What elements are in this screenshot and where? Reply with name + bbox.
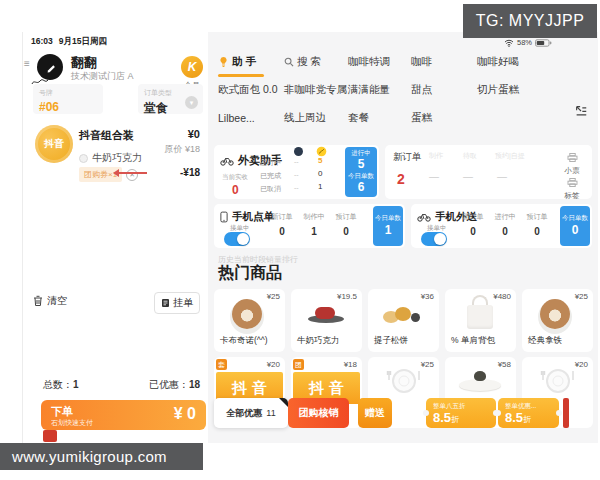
- place-order-button[interactable]: 下单 右划快速支付 ¥ 0: [41, 400, 206, 430]
- box-label: 今日单数: [562, 214, 588, 222]
- phone-delivery-col-label: 进行中: [489, 212, 521, 222]
- phone-order-col-value: 1: [298, 226, 330, 237]
- tag-number-label: 号牌: [39, 88, 97, 98]
- tab-bread[interactable]: 欧式面包 0.0: [218, 83, 284, 97]
- item-name[interactable]: 抖音组合装: [79, 128, 134, 143]
- tab-combo[interactable]: 套餐: [348, 111, 411, 125]
- accepting-toggle[interactable]: [421, 232, 447, 246]
- tab-label: 助 手: [232, 55, 256, 69]
- tab-label: 咖啡: [411, 55, 432, 69]
- all-coupons-button[interactable]: 全部优惠 11: [214, 398, 288, 428]
- new-orders-col-label: 制作: [429, 151, 443, 161]
- tab-coffee-special[interactable]: 咖啡特调: [348, 55, 411, 69]
- new-orders-widget[interactable]: 新订单 2 制作 待取 预约|自提 — — — 小票: [385, 145, 592, 199]
- chevron-down-icon[interactable]: ▾: [185, 96, 198, 109]
- printer-icon: [567, 178, 578, 187]
- product-price: ¥18: [344, 360, 357, 369]
- phone-delivery-col-label: 新订单: [457, 212, 489, 222]
- eleme-icon: [294, 147, 303, 156]
- product-card-cappuccino[interactable]: ¥25 卡布奇诺(^^): [214, 289, 285, 352]
- phone-delivery-col-value: 0: [521, 226, 553, 237]
- received-value: 0: [232, 183, 239, 197]
- phone-delivery-widget[interactable]: 手机外送 接单中 新订单 进行中 预订单 0 0 0 今日单数 0: [411, 204, 592, 248]
- box-value: 1: [385, 223, 392, 238]
- status-time: 16:03: [31, 36, 53, 46]
- product-price: ¥25: [267, 292, 280, 301]
- watermark-bottom-banner: www.yumikigroup.com: [0, 443, 203, 470]
- box-label: 今日单数: [375, 214, 401, 222]
- tab-cake[interactable]: 蛋糕: [411, 111, 477, 125]
- all-coupons-count: 11: [266, 408, 275, 418]
- item-option: 牛奶巧克力: [92, 151, 142, 165]
- delivery-row-b: 1: [318, 182, 322, 191]
- device-statusbar: 16:039月15日周四: [31, 36, 113, 48]
- delivery-row-label: 进行中: [260, 158, 281, 168]
- phone-order-widget[interactable]: 手机点单 接单中 新订单 制作中 预订单 0 1 0 今日单数 1: [214, 204, 405, 248]
- item-price: ¥0: [188, 128, 200, 140]
- accepting-toggle[interactable]: [224, 232, 250, 246]
- phone-delivery-col-value: 0: [489, 226, 521, 237]
- tab-label: 欧式面包 0.0: [218, 83, 278, 97]
- corner-tag: 套: [216, 359, 227, 370]
- tab-lilbee[interactable]: Lilbee...: [218, 112, 284, 124]
- store-avatar[interactable]: [37, 54, 63, 80]
- order-panel: 16:039月15日周四 ≡ 翻翻 技术测试门店 A K 会员 号牌 #06 订…: [23, 32, 208, 443]
- coupon-85-discount-2[interactable]: 整单优惠... 8.5折: [498, 398, 559, 428]
- hold-order-button[interactable]: 挂单: [154, 292, 200, 314]
- order-type-card[interactable]: 订单类型 堂食 ▾: [138, 84, 203, 114]
- new-orders-value: 2: [397, 171, 405, 187]
- tab-cake-slice[interactable]: 切片蛋糕: [477, 83, 590, 97]
- device-status-cluster: 58%: [504, 38, 552, 47]
- new-orders-col-label: 预约|自提: [495, 151, 525, 161]
- total-discount: 已优惠：18: [149, 378, 200, 392]
- tab-energy[interactable]: 满满能量: [348, 83, 411, 97]
- hat-image: [459, 371, 501, 391]
- tab-label: 满满能量: [348, 83, 390, 97]
- chocolate-image: [308, 307, 344, 323]
- tag-number-card[interactable]: 号牌 #06: [33, 84, 103, 114]
- place-order-amount: ¥ 0: [174, 405, 196, 423]
- clear-cart-button[interactable]: 清空: [33, 294, 67, 308]
- product-price: ¥20: [267, 360, 280, 369]
- total-discount-value: 18: [189, 379, 200, 390]
- gift-label: 赠送: [365, 406, 385, 420]
- product-card-bag[interactable]: ¥480 % 单肩背包: [445, 289, 516, 352]
- product-card-scone[interactable]: ¥36 提子松饼: [368, 289, 439, 352]
- tab-coffee[interactable]: 咖啡: [411, 55, 477, 69]
- hot-products-title: 热门商品: [218, 263, 282, 284]
- item-original-price: 原价 ¥18: [164, 143, 200, 156]
- tab-non-coffee[interactable]: 非咖啡党专属: [284, 83, 348, 97]
- coupon-85-discount[interactable]: 整单八五折 8.5折: [426, 398, 496, 428]
- plate-cutlery-icon: [540, 367, 576, 395]
- tab-coffee-tasty[interactable]: 咖啡好喝: [477, 55, 590, 69]
- received-label: 当前实收: [222, 173, 248, 182]
- collapse-tabs-icon[interactable]: [574, 104, 588, 118]
- tab-dessert[interactable]: 甜点: [411, 83, 477, 97]
- item-coupon-row: 团购券×1 ✕: [79, 167, 138, 182]
- phone-order-today-box: 今日单数 1: [373, 206, 403, 246]
- phone-order-col-label: 新订单: [266, 212, 298, 222]
- receipt-printer[interactable]: 小票: [559, 148, 585, 176]
- tab-assistant[interactable]: 助 手: [218, 55, 284, 69]
- coupon-value: 8.5: [433, 410, 451, 425]
- tab-label: 非咖啡党专属: [284, 83, 347, 97]
- tag-printer[interactable]: 标签: [559, 173, 585, 201]
- member-badge[interactable]: K: [181, 56, 203, 78]
- new-orders-label: 新订单: [393, 151, 422, 164]
- product-card-milk-chocolate[interactable]: ¥19.5 牛奶巧克力: [291, 289, 362, 352]
- tab-search[interactable]: 搜 索: [284, 55, 348, 69]
- lightbulb-icon: [218, 56, 229, 68]
- product-card-latte[interactable]: ¥25 经典拿铁: [522, 289, 593, 352]
- gift-button[interactable]: 赠送: [358, 398, 392, 428]
- delivery-row-a: --: [294, 171, 299, 178]
- product-price: ¥480: [493, 292, 511, 301]
- product-price: ¥58: [498, 360, 511, 369]
- tab-label: 蛋糕: [411, 111, 432, 125]
- bicycle-icon: [220, 156, 234, 166]
- groupbuy-verify-button[interactable]: 团购核销: [288, 398, 349, 428]
- phone-order-col-label: 制作中: [298, 212, 330, 222]
- hamburger-menu-icon[interactable]: ≡: [24, 58, 30, 69]
- tab-merch[interactable]: 线上周边: [284, 111, 348, 125]
- remove-coupon-icon[interactable]: ✕: [126, 169, 138, 181]
- delivery-assistant-widget[interactable]: 外卖助手 当前实收 0 进行中 已完成 已取消 -- -- -- 5 0 1 进…: [214, 145, 379, 199]
